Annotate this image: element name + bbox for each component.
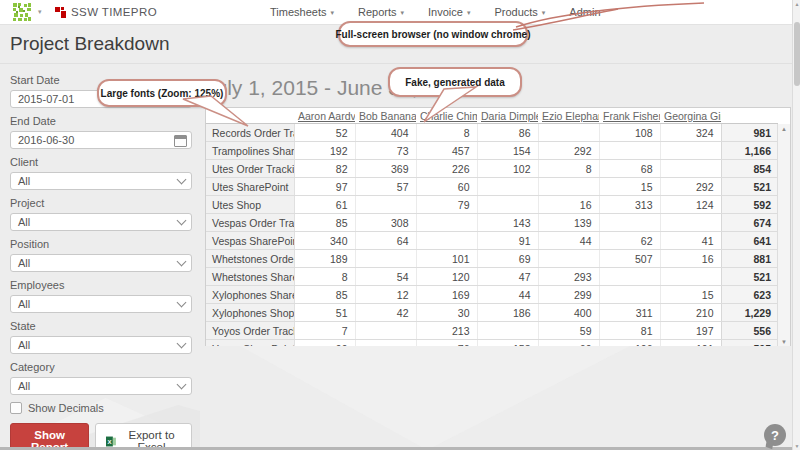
hours-cell: 369 <box>355 160 416 178</box>
hours-cell: 311 <box>599 304 660 322</box>
divider <box>0 63 792 64</box>
help-button[interactable]: ? <box>764 424 786 446</box>
hours-cell <box>477 196 538 214</box>
excel-icon: X <box>106 435 116 448</box>
brand[interactable]: SSW TIMEPRO <box>55 6 157 18</box>
project-row-label: Utes SharePoint <box>206 178 294 196</box>
employee-column-link[interactable]: Daria Dimples <box>477 110 538 122</box>
hours-cell: 299 <box>538 286 599 304</box>
hours-cell <box>355 322 416 340</box>
nav-item-timesheets[interactable]: Timesheets▾ <box>270 6 334 18</box>
hours-cell <box>477 322 538 340</box>
employee-column-link[interactable]: Ezio Elephant <box>538 110 599 122</box>
chevron-down-icon: ▾ <box>330 9 334 17</box>
hours-cell: 16 <box>538 196 599 214</box>
hours-cell: 101 <box>416 250 477 268</box>
hours-cell <box>599 268 660 286</box>
category-select[interactable]: All <box>10 377 192 395</box>
total-header-cell <box>721 108 778 124</box>
scroll-down-icon[interactable]: ▼ <box>793 443 800 449</box>
scroll-up-icon[interactable]: ▲ <box>793 1 800 7</box>
hours-cell <box>660 160 721 178</box>
brand-name: SSW TIMEPRO <box>71 6 157 18</box>
hours-cell <box>416 232 477 250</box>
employee-column-link[interactable]: Frank Fisher <box>599 110 660 122</box>
employees-select[interactable]: All <box>10 295 192 313</box>
hours-cell: 42 <box>355 304 416 322</box>
table-row: Whetstones Order Tracking189101695071688… <box>206 250 778 268</box>
hours-cell: 154 <box>477 142 538 160</box>
client-select[interactable]: All <box>10 172 192 190</box>
position-select[interactable]: All <box>10 254 192 272</box>
hours-cell <box>538 250 599 268</box>
logo-dropdown-caret-icon[interactable]: ▾ <box>38 8 42 16</box>
project-select[interactable]: All <box>10 213 192 231</box>
employee-column-link[interactable]: Aaron Aardva... <box>294 110 355 122</box>
column-header: Ezio Elephant <box>538 108 599 124</box>
hours-cell: 57 <box>355 178 416 196</box>
project-row-label: Records Order Tracking <box>206 124 294 142</box>
hours-cell: 197 <box>660 322 721 340</box>
hours-cell: 292 <box>538 142 599 160</box>
project-label: Project <box>10 197 192 209</box>
employee-column-link[interactable]: Bob Banana <box>355 110 416 122</box>
hours-cell <box>660 214 721 232</box>
filter-sidebar: Start Date End Date Client All Project A… <box>10 74 192 450</box>
hours-cell: 12 <box>355 286 416 304</box>
column-header: Georgina Gir... <box>660 108 721 124</box>
table-row: Xylophones SharePoint85121694429915623 <box>206 286 778 304</box>
hours-cell: 47 <box>477 268 538 286</box>
hours-cell: 59 <box>538 322 599 340</box>
employee-column-link[interactable]: Georgina Gir... <box>660 110 721 122</box>
hours-cell: 30 <box>416 304 477 322</box>
column-header: Bob Banana <box>355 108 416 124</box>
table-scrollbar[interactable]: ▲ ▼ <box>777 124 790 347</box>
page-fold-cover <box>200 346 792 450</box>
row-total-cell: 1,229 <box>721 304 778 322</box>
hours-cell: 192 <box>294 142 355 160</box>
chevron-down-icon <box>177 175 187 185</box>
show-decimals-checkbox[interactable] <box>10 402 22 414</box>
table-row: Utes SharePoint97576015292521 <box>206 178 778 196</box>
column-header: Frank Fisher <box>599 108 660 124</box>
project-row-label: Vespas SharePoint <box>206 232 294 250</box>
hours-cell: 51 <box>294 304 355 322</box>
employee-column-link[interactable]: Charlie Chimp <box>416 110 477 122</box>
hours-cell: 54 <box>355 268 416 286</box>
row-total-cell: 592 <box>721 196 778 214</box>
hours-cell: 61 <box>294 196 355 214</box>
table-row: Xylophones Shop5142301864003112101,229 <box>206 304 778 322</box>
scroll-up-icon[interactable]: ▲ <box>778 126 790 132</box>
nav-item-admin[interactable]: Admin <box>569 6 600 18</box>
page-scrollbar[interactable]: ▲ ▼ <box>792 0 800 450</box>
nav-item-products[interactable]: Products▾ <box>494 6 545 18</box>
project-row-label: Utes Shop <box>206 196 294 214</box>
scrollbar-thumb[interactable] <box>794 22 800 86</box>
row-total-cell: 556 <box>721 322 778 340</box>
hours-cell: 44 <box>538 232 599 250</box>
nav-item-reports[interactable]: Reports▾ <box>358 6 404 18</box>
company-logo-icon[interactable] <box>12 2 32 22</box>
header-empty-cell <box>206 108 294 124</box>
nav-item-invoice[interactable]: Invoice▾ <box>428 6 470 18</box>
hours-cell: 60 <box>416 178 477 196</box>
calendar-icon[interactable] <box>174 135 187 147</box>
chevron-down-icon: ▾ <box>467 9 471 17</box>
hours-cell: 124 <box>660 196 721 214</box>
end-date-field <box>10 131 192 149</box>
hours-cell: 68 <box>599 160 660 178</box>
end-date-input[interactable] <box>11 133 168 147</box>
callout-large-fonts: Large fonts (Zoom: 125%) <box>97 79 227 107</box>
table-row: Vespas Order Tracking85308143139674 <box>206 214 778 232</box>
show-report-button[interactable]: Show Report <box>10 423 89 450</box>
state-select[interactable]: All <box>10 336 192 354</box>
export-excel-button[interactable]: X Export to Excel <box>95 423 192 450</box>
hours-cell <box>477 178 538 196</box>
chevron-down-icon: ▾ <box>542 9 546 17</box>
scroll-down-icon[interactable]: ▼ <box>778 339 790 345</box>
row-total-cell: 521 <box>721 178 778 196</box>
row-total-cell: 981 <box>721 124 778 142</box>
hours-cell: 293 <box>538 268 599 286</box>
table-header-row: Aaron Aardva...Bob BananaCharlie ChimpDa… <box>206 108 778 124</box>
hours-cell: 324 <box>660 124 721 142</box>
